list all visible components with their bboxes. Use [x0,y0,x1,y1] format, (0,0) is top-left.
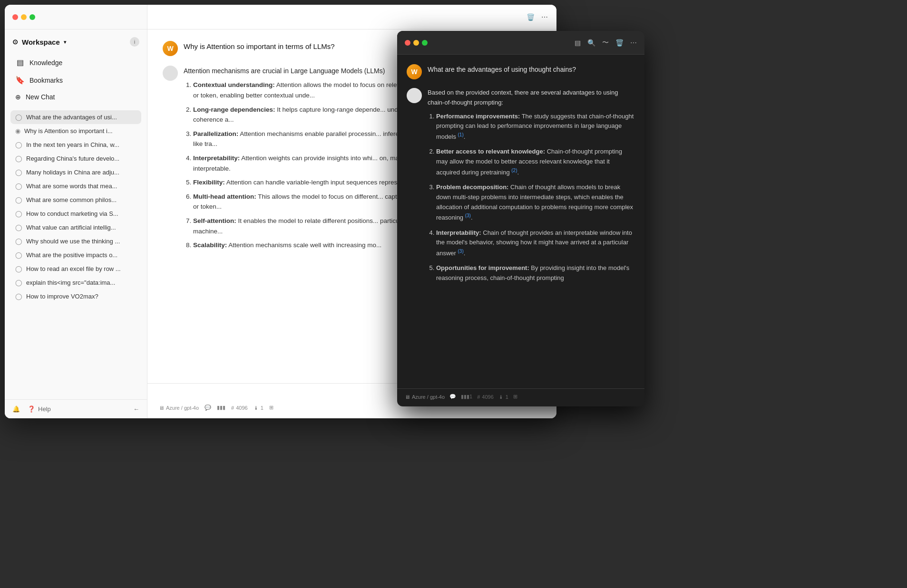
dark-more-button[interactable]: ⋯ [630,39,637,47]
dark-trash-button[interactable]: 🗑️ [615,39,624,47]
chat-item-12[interactable]: ◯ explain this<img src="data:ima... [10,276,141,289]
chat-item-text-12: explain this<img src="data:ima... [26,279,115,286]
chat-item-11[interactable]: ◯ How to read an excel file by row ... [10,262,141,276]
temp-icon: 🌡 [254,405,259,411]
minimize-button[interactable] [21,14,27,20]
dark-sidebar-icon[interactable]: ▤ [575,39,581,47]
help-label: Help [38,405,51,413]
dark-temp-badge: 🌡1 [498,394,508,400]
bookmarks-nav-item[interactable]: 🔖 Bookmarks [10,72,141,88]
close-button[interactable] [12,14,18,20]
dark-bars-badge: ▮▮▮1 [461,394,472,400]
chat-item-text-8: What value can artificial intellig... [26,224,116,231]
dark-user-message-content: What are the advantages of using thought… [428,64,635,75]
hash-icon: # [231,405,234,411]
chat-item-text-5: What are some words that mea... [26,183,117,190]
sidebar-title-bar [5,5,147,29]
chat-item-8[interactable]: ◯ What value can artificial intellig... [10,221,141,234]
chat-icon-5: ◯ [15,183,22,190]
dark-model-label: Azure / gpt-4o [412,394,445,400]
plus-icon: ⊕ [15,93,21,101]
new-chat-button[interactable]: ⊕ New Chat [10,89,141,105]
maximize-button[interactable] [29,14,35,20]
chat-bubble-icon: 💬 [205,405,211,411]
back-button[interactable]: ← [133,405,139,413]
bookmarks-label: Bookmarks [29,77,63,84]
dark-ai-message-content: Based on the provided context, there are… [428,88,635,283]
dark-footer-info: 🖥 Azure / gpt-4o 💬 ▮▮▮1 #4096 🌡1 ⊞ [405,394,637,400]
dark-token-badge: #4096 [477,394,494,400]
chat-item-6[interactable]: ◯ What are some common philos... [10,193,141,207]
dark-answer-item-2: Better access to relevant knowledge: Cha… [436,147,635,178]
chat-item-13[interactable]: ◯ How to improve VO2max? [10,289,141,303]
workspace-label-text: Workspace [22,38,60,46]
chat-item-2[interactable]: ◯ In the next ten years in China, w... [10,138,141,152]
chat-item-10[interactable]: ◯ What are the positive impacts o... [10,248,141,262]
dark-user-avatar: W [407,64,422,79]
chat-icon-1: ◉ [15,127,20,135]
bookmark-icon: 🔖 [15,76,25,85]
chat-item-text-7: How to conduct marketing via S... [26,210,118,217]
chat-item-9[interactable]: ◯ Why should we use the thinking ... [10,234,141,248]
dark-ai-avatar [407,88,422,103]
chat-item-1[interactable]: ◉ Why is Attention so important i... [10,124,141,138]
chat-item-7[interactable]: ◯ How to conduct marketing via S... [10,207,141,221]
chat-icon-6: ◯ [15,196,22,203]
dark-traffic-lights [405,40,428,46]
back-icon: ← [133,405,139,413]
dark-extras-badge: ⊞ [513,394,517,400]
dark-close-button[interactable] [405,40,410,46]
dark-answer-item-1: Performance improvements: The study sugg… [436,112,635,143]
chat-icon-9: ◯ [15,238,22,245]
chat-item-3[interactable]: ◯ Regarding China's future develo... [10,152,141,165]
dark-chat-input-area: 🖥 Azure / gpt-4o 💬 ▮▮▮1 #4096 🌡1 ⊞ [397,388,644,406]
info-button[interactable]: i [130,37,139,47]
dark-temp-value: 1 [506,394,508,400]
chat-item-4[interactable]: ◯ Many holidays in China are adju... [10,165,141,179]
dark-model-icon: 🖥 [405,394,410,400]
chat-item-text-4: Many holidays in China are adju... [26,169,119,176]
chat-item-text-1: Why is Attention so important i... [24,127,113,135]
bell-button[interactable]: 🔔 [12,405,20,413]
dark-ai-message: Based on the provided context, there are… [407,88,635,283]
bell-icon: 🔔 [12,405,20,413]
new-chat-label: New Chat [26,93,55,101]
chat-icon-10: ◯ [15,251,22,259]
more-options-button[interactable]: ⋯ [540,13,549,21]
sidebar-nav: ▤ Knowledge 🔖 Bookmarks ⊕ New Chat [5,50,147,108]
dark-answer-intro: Based on the provided context, there are… [428,88,635,108]
bars-icon-badge: ▮▮▮ [217,405,225,411]
knowledge-nav-item[interactable]: ▤ Knowledge [10,54,141,71]
sidebar: ⊙ Workspace ▾ i ▤ Knowledge 🔖 Bookmarks … [5,5,147,418]
chat-icon-12: ◯ [15,279,22,286]
chat-list: ◯ What are the advantages of usi... ◉ Wh… [5,108,147,399]
chat-item-text-13: How to improve VO2max? [26,293,98,300]
dark-answer-item-5: Opportunities for improvement: By provid… [436,263,635,283]
chat-icon-7: ◯ [15,210,22,217]
user-question-text: Why is Attention so important in terms o… [184,42,335,50]
second-window: ▤ 🔍 〜 🗑️ ⋯ W What are the advantages of … [397,31,644,406]
token-badge: # 4096 [231,405,248,411]
dark-answer-item-4: Interpretability: Chain of thought provi… [436,228,635,259]
dark-chat-icon: 💬 [449,394,456,400]
chat-item-5[interactable]: ◯ What are some words that mea... [10,179,141,193]
dark-token-count: 4096 [482,394,493,400]
dark-answer-item-3: Problem decomposition: Chain of thought … [436,183,635,223]
workspace-button[interactable]: ⊙ Workspace ▾ [12,38,66,46]
model-label: Azure / gpt-4o [166,405,199,411]
trash-button[interactable]: 🗑️ [526,13,535,21]
traffic-lights [12,14,35,20]
model-icon: 🖥 [159,405,164,411]
sidebar-bottom: 🔔 ❓ Help ← [5,399,147,418]
chat-item-0[interactable]: ◯ What are the advantages of usi... [10,110,141,124]
chat-icon-2: ◯ [15,141,22,148]
dark-title-bar-right: ▤ 🔍 〜 🗑️ ⋯ [575,39,637,47]
help-button[interactable]: ❓ Help [28,405,51,413]
dark-maximize-button[interactable] [422,40,428,46]
sidebar-bottom-icons: 🔔 ❓ Help [12,405,51,413]
dark-chat-messages: W What are the advantages of using thoug… [397,55,644,388]
dark-search-icon[interactable]: 🔍 [587,39,595,47]
dark-minimize-button[interactable] [413,40,419,46]
chat-icon-3: ◯ [15,155,22,162]
temp-value: 1 [261,405,263,411]
